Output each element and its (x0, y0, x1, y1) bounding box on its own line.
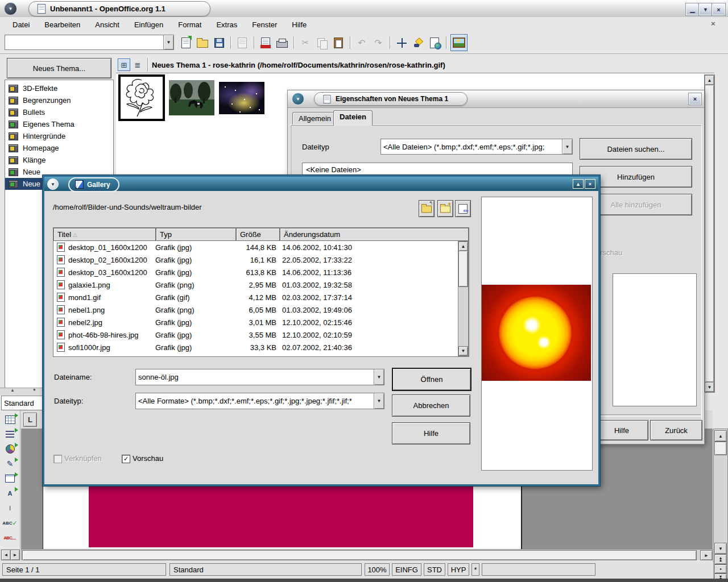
print-button[interactable] (275, 35, 289, 50)
file-row[interactable]: desktop_03_1600x1200 Grafik (jpg) 613,8 … (53, 266, 459, 278)
file-row[interactable]: nebel1.png Grafik (png) 6,05 MB 01.03.20… (53, 304, 459, 316)
new-document-button[interactable] (179, 35, 193, 50)
autospellcheck-button[interactable]: ABC﹏ (2, 531, 19, 544)
export-pdf-button[interactable] (258, 35, 273, 50)
thumbnail-nebula[interactable] (219, 82, 264, 114)
properties-filetype-combobox[interactable]: ▼ (380, 139, 573, 155)
insert-object-button[interactable] (2, 442, 19, 456)
menu-format[interactable]: Format (171, 19, 208, 31)
insert-section-button[interactable] (2, 427, 19, 441)
maximize-button[interactable]: ▼ (699, 3, 712, 15)
scroll-up-button[interactable]: ▲ (705, 75, 714, 85)
scroll-down-button[interactable]: ▼ (705, 382, 714, 392)
status-selection-mode[interactable]: STD (424, 563, 445, 576)
default-directory-button[interactable]: ✎ (455, 200, 471, 217)
datasources-button[interactable] (427, 35, 442, 50)
preview-checkbox[interactable]: ✓ (122, 455, 130, 463)
icon-view-button[interactable]: ⊞ (118, 59, 130, 71)
splitter-collapse-icon[interactable]: ▲ (10, 388, 15, 393)
filename-input[interactable] (136, 369, 374, 385)
menu-fenster[interactable]: Fenster (245, 19, 284, 31)
fontwork-button[interactable]: A (2, 487, 19, 500)
theme-item-3d-effekte[interactable]: 3D-Effekte (5, 82, 113, 94)
properties-help-button[interactable]: Hilfe (595, 420, 648, 440)
back-button[interactable]: Zurück (650, 420, 702, 440)
redo-button[interactable]: ↷ (371, 35, 386, 50)
thumbnail-horses[interactable] (169, 80, 214, 115)
file-row[interactable]: galaxie1.png Grafik (png) 2,95 MB 01.03.… (53, 278, 459, 291)
file-row[interactable]: nebel2.jpg Grafik (jpg) 3,01 MB 12.10.20… (53, 316, 459, 329)
theme-item-bullets[interactable]: Bullets (5, 106, 113, 118)
column-header-typ[interactable]: Typ (156, 228, 236, 241)
dialog-menu-button[interactable]: ▼ (292, 93, 304, 105)
toolbar-scroll-right-button[interactable]: ► (10, 550, 20, 560)
column-header-aenderungsdatum[interactable]: Änderungsdatum (280, 228, 469, 241)
file-list-scrollbar[interactable]: ▲ ▼ (458, 241, 469, 356)
vertical-scrollbar[interactable]: ▲ ▼ ▲▲ ● ▼▼ (713, 429, 728, 582)
link-checkbox[interactable] (53, 455, 62, 463)
filetype-input[interactable] (381, 139, 562, 154)
hyperlink-button[interactable] (411, 35, 425, 50)
direct-cursor-button[interactable]: I (2, 501, 19, 515)
tab-allgemein[interactable]: Allgemein (292, 112, 337, 126)
filetype-dropdown-button[interactable]: ▼ (374, 393, 384, 409)
previous-page-button[interactable]: ▲▲ (714, 554, 727, 564)
menu-ansicht[interactable]: Ansicht (88, 19, 126, 31)
menu-einfuegen[interactable]: Einfügen (127, 19, 170, 31)
file-row[interactable]: sofi1000r.jpg Grafik (jpg) 33,3 KB 02.07… (53, 341, 459, 354)
scrollbar-thumb[interactable] (705, 85, 714, 383)
file-row[interactable]: desktop_02_1600x1200 Grafik (jpg) 16,1 K… (53, 253, 459, 266)
dialog-menu-button[interactable]: ▼ (47, 178, 59, 190)
file-row[interactable]: desktop_01_1600x1200 Grafik (jpg) 144,8 … (53, 241, 459, 253)
close-document-button[interactable]: × (711, 19, 715, 28)
scroll-up-button[interactable]: ▲ (458, 242, 468, 251)
scroll-up-button[interactable]: ▲ (714, 430, 727, 442)
theme-item-homepage[interactable]: Homepage (5, 142, 113, 154)
shade-button[interactable]: ▲ (573, 179, 584, 189)
status-zoom[interactable]: 100% (365, 563, 390, 576)
paste-button[interactable] (331, 35, 346, 50)
filetype-dropdown-button[interactable]: ▼ (562, 139, 572, 154)
scrollbar-thumb[interactable] (458, 251, 468, 287)
menu-bearbeiten[interactable]: Bearbeiten (38, 19, 87, 31)
navigator-button[interactable] (394, 35, 409, 50)
theme-item-hintergruende[interactable]: Hintergründe (5, 130, 113, 142)
undo-button[interactable]: ↶ (354, 35, 369, 50)
url-input[interactable] (5, 35, 163, 49)
tab-type-button[interactable]: L (23, 413, 37, 427)
new-folder-button[interactable]: ✶ (437, 200, 453, 217)
toolbar-scroll-left-button[interactable]: ◄ (1, 550, 11, 560)
theme-item-klaenge[interactable]: Klänge (5, 154, 113, 166)
menu-datei[interactable]: Datei (6, 19, 36, 31)
close-dialog-button[interactable]: × (585, 179, 595, 189)
list-view-button[interactable]: ≣ (132, 59, 143, 70)
minimize-button[interactable]: ▁ (686, 3, 699, 15)
status-insert-mode[interactable]: EINFG (392, 563, 421, 576)
edit-file-button[interactable] (235, 35, 250, 50)
hscrollbar-thumb[interactable] (22, 550, 697, 560)
close-dialog-button[interactable]: × (689, 93, 701, 105)
scroll-right-button[interactable]: ► (700, 550, 713, 560)
theme-item-eigenes-thema[interactable]: Eigenes Thema (5, 118, 113, 130)
insert-table-button[interactable] (2, 413, 19, 426)
up-one-level-button[interactable]: ↰ (419, 200, 435, 217)
gallery-view-scrollbar[interactable]: ▲ ▼ (704, 74, 715, 393)
status-pagestyle[interactable]: Standard (169, 563, 362, 576)
copy-button[interactable] (315, 35, 329, 50)
status-hyperlink-mode[interactable]: HYP (448, 563, 469, 576)
column-header-groesse[interactable]: Größe (236, 228, 280, 241)
column-header-titel[interactable]: Titel △ (53, 228, 156, 241)
url-dropdown-button[interactable]: ▼ (163, 35, 173, 49)
menu-hilfe[interactable]: Hilfe (285, 19, 313, 31)
save-button[interactable] (212, 35, 226, 50)
thumbnail-rose-selected[interactable] (118, 74, 165, 121)
theme-item-begrenzungen[interactable]: Begrenzungen (5, 94, 113, 106)
open-button[interactable] (195, 35, 210, 50)
filename-combobox[interactable]: ▼ (135, 369, 384, 385)
file-row[interactable]: phot-46b-98-hires.jpg Grafik (jpg) 3,55 … (53, 329, 459, 341)
open-button[interactable]: Öffnen (392, 368, 471, 391)
close-window-button[interactable]: × (712, 3, 725, 15)
window-menu-button[interactable]: ▼ (4, 2, 17, 15)
filetype-input[interactable] (136, 393, 374, 409)
find-files-button[interactable]: Dateien suchen... (580, 138, 692, 160)
